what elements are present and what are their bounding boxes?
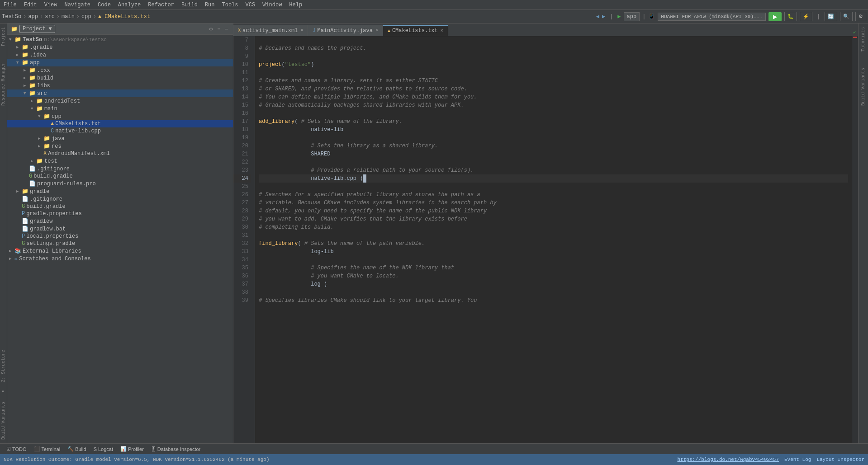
tab-mainactivity[interactable]: J MainActivity.java ×: [308, 25, 383, 36]
tab-close-1[interactable]: ×: [375, 28, 378, 33]
editor-area: X activity_main.xml × J MainActivity.jav…: [233, 23, 858, 443]
cpp-file-icon: C: [51, 128, 54, 134]
tree-label: .idea: [30, 52, 46, 58]
tree-item-root[interactable]: ▼ 📁 TestSo D:\asWorkSpace\TestSo: [7, 36, 233, 43]
editor-content[interactable]: 7 8 9 10 11 12 13 14 15 16 17 18 19 20 2…: [233, 36, 858, 443]
structure-label[interactable]: 2: Structure: [0, 346, 7, 386]
tree-item-gradle-dir[interactable]: ▶ 📁 gradle: [7, 188, 233, 195]
run-config-label[interactable]: app: [624, 12, 640, 21]
tree-item-settings-gradle[interactable]: . G settings.gradle: [7, 240, 233, 247]
menu-navigate[interactable]: Navigate: [61, 1, 94, 9]
tree-item-gitignore-app[interactable]: . 📄 .gitignore: [7, 165, 233, 173]
menu-window[interactable]: Window: [259, 1, 285, 9]
panel-btn-2[interactable]: ≡: [216, 26, 222, 32]
tree-item-cxx[interactable]: ▶ 📁 .cxx: [7, 66, 233, 74]
panel-btn-1[interactable]: ⚙: [208, 26, 214, 32]
tree-item-cmake[interactable]: . ▲ CMakeLists.txt: [7, 120, 233, 127]
breadcrumb-testso[interactable]: TestSo: [2, 14, 21, 20]
breadcrumb-app[interactable]: app: [28, 14, 38, 20]
menu-code[interactable]: Code: [94, 1, 114, 9]
sync-button[interactable]: 🔄: [825, 12, 837, 21]
code-line-20: # Sets the library as a shared library.: [259, 142, 848, 150]
database-button[interactable]: 🗄 Database Inspector: [148, 446, 203, 452]
tree-item-res[interactable]: ▶ 📁 res: [7, 142, 233, 150]
back-icon[interactable]: ◀: [596, 13, 599, 20]
tree-item-gradle[interactable]: ▶ 📁 .gradle: [7, 43, 233, 51]
breadcrumb-main[interactable]: main: [62, 14, 75, 20]
menu-vcs[interactable]: VCS: [242, 1, 259, 9]
tree-item-build-dir[interactable]: ▶ 📁 build: [7, 74, 233, 82]
profiler-button[interactable]: 📊 Profiler: [118, 446, 147, 452]
file-icon: 📄: [22, 196, 28, 202]
tree-item-build-gradle-app[interactable]: . G build.gradle: [7, 173, 233, 180]
code-line-16: [259, 109, 848, 117]
menu-run[interactable]: Run: [201, 1, 218, 9]
favorites-label[interactable]: ★: [0, 386, 7, 398]
forward-icon[interactable]: ▶: [602, 13, 605, 20]
search-button[interactable]: 🔍: [840, 12, 853, 21]
logcat-button[interactable]: S Logcat: [91, 446, 116, 452]
tree-item-app[interactable]: ▼ 📁 app: [7, 59, 233, 66]
tree-item-manifest[interactable]: . X AndroidManifest.xml: [7, 150, 233, 157]
terminal-button[interactable]: ⬛ Terminal: [31, 446, 63, 452]
code-editor[interactable]: # Declares and names the project. projec…: [255, 36, 852, 443]
file-icon: 📄: [22, 218, 28, 225]
code-line-9: [259, 52, 848, 61]
tree-item-main[interactable]: ▼ 📁 main: [7, 105, 233, 113]
profile-button[interactable]: ⚡: [800, 12, 812, 21]
tree-item-gradlew-bat[interactable]: . 📄 gradlew.bat: [7, 225, 233, 233]
tree-item-gitignore-root[interactable]: . 📄 .gitignore: [7, 195, 233, 203]
profiler-icon: 📊: [120, 446, 127, 452]
event-log-link[interactable]: Event Log: [784, 457, 811, 462]
code-line-39: # Specifies libraries CMake should link …: [259, 296, 848, 305]
tab-activity-main[interactable]: X activity_main.xml ×: [233, 25, 308, 36]
menu-analyze[interactable]: Analyze: [114, 1, 144, 9]
tree-item-gradle-props[interactable]: . P gradle.properties: [7, 210, 233, 217]
tab-close-0[interactable]: ×: [300, 28, 303, 33]
tree-item-test[interactable]: ▶ 📁 test: [7, 157, 233, 165]
tree-item-src[interactable]: ▼ 📁 src: [7, 89, 233, 97]
menu-refactor[interactable]: Refactor: [144, 1, 178, 9]
tree-item-androidtest[interactable]: ▶ 📁 androidTest: [7, 97, 233, 105]
build-variants-label[interactable]: Build Variants: [0, 398, 7, 443]
menu-edit[interactable]: Edit: [20, 1, 41, 9]
tree-item-build-gradle-root[interactable]: . G build.gradle: [7, 203, 233, 210]
right-panel-icons: Tutorials Build Variants: [858, 23, 868, 443]
tree-item-nativelib[interactable]: . C native-lib.cpp: [7, 127, 233, 135]
project-label[interactable]: Project: [0, 23, 7, 50]
breadcrumb-src[interactable]: src: [45, 14, 55, 20]
tree-item-java[interactable]: ▶ 📁 java: [7, 135, 233, 142]
tree-item-gradlew[interactable]: . 📄 gradlew: [7, 217, 233, 225]
tab-cmake[interactable]: ▲ CMakeLists.txt ×: [383, 25, 448, 36]
tab-close-2[interactable]: ×: [441, 28, 443, 33]
settings-button[interactable]: ⚙: [855, 12, 866, 21]
status-link[interactable]: https://blogs.do.net/wqabv45492457: [678, 457, 779, 462]
tutorials-icon[interactable]: Tutorials: [860, 23, 867, 55]
xml-file-icon: X: [43, 150, 47, 157]
menu-build[interactable]: Build: [178, 1, 201, 9]
menu-tools[interactable]: Tools: [218, 1, 242, 9]
menu-file[interactable]: File: [0, 1, 20, 9]
todo-button[interactable]: ☑ TODO: [4, 446, 29, 452]
build-button[interactable]: 🔨 Build: [65, 446, 89, 452]
resource-manager-label[interactable]: Resource Manager: [0, 59, 7, 109]
tree-item-proguard[interactable]: . 📄 proguard-rules.pro: [7, 180, 233, 188]
tree-item-scratches[interactable]: ▶ ✏ Scratches and Consoles: [7, 255, 233, 263]
run-button[interactable]: ▶: [768, 12, 782, 21]
debug-button[interactable]: 🐛: [784, 12, 797, 21]
tree-item-libs[interactable]: ▶ 📁 libs: [7, 82, 233, 89]
tree-item-cpp-dir[interactable]: ▼ 📁 cpp: [7, 113, 233, 120]
menu-view[interactable]: View: [41, 1, 61, 9]
breadcrumb-cpp[interactable]: cpp: [81, 14, 91, 20]
panel-collapse[interactable]: ─: [223, 26, 229, 32]
tree-item-external-libs[interactable]: ▶ 📚 External Libraries: [7, 247, 233, 255]
editor-status-ok: ✓: [853, 29, 856, 36]
menu-help[interactable]: Help: [285, 1, 306, 9]
breadcrumb-cmake[interactable]: ▲ CMakeLists.txt: [98, 14, 150, 20]
device-label[interactable]: HUAWEI FDR-A01w (minSdk(API 30)...: [658, 13, 765, 21]
layout-inspector-link[interactable]: Layout Inspector: [816, 457, 864, 462]
tree-item-local-props[interactable]: . P local.properties: [7, 233, 233, 240]
tree-item-idea[interactable]: ▶ 📁 .idea: [7, 51, 233, 59]
extlibs-icon: 📚: [14, 248, 21, 254]
build-variants-icon[interactable]: Build Variants: [860, 64, 867, 109]
